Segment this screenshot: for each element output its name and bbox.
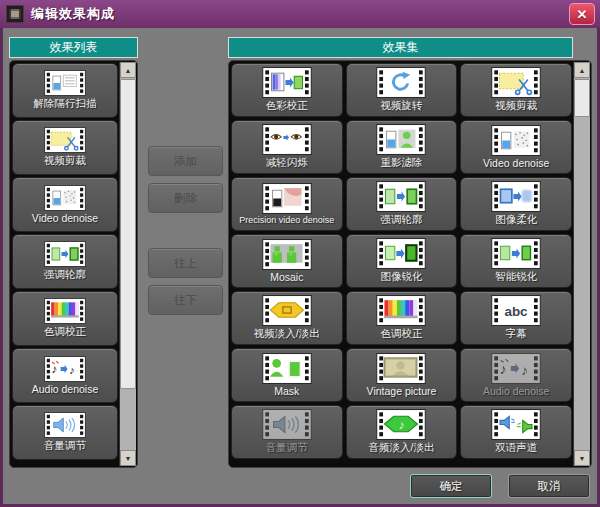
move-up-button[interactable]: 往上 (148, 248, 223, 278)
effect-item-label: Mosaic (270, 271, 303, 283)
cancel-button[interactable]: 取消 (508, 474, 590, 498)
effect-item-label: 视频剪裁 (44, 154, 86, 168)
effect-list-panel: 解除隔行扫描视频剪裁Video denoise强调轮廓色调校正♪♪Audio d… (9, 60, 138, 468)
effect-item-label: 字幕 (506, 327, 527, 341)
subtitle-icon: abc (488, 295, 544, 326)
svg-text:♪: ♪ (500, 361, 507, 377)
effect-item-label: 智能锐化 (495, 270, 537, 284)
move-down-button[interactable]: 往下 (148, 285, 223, 315)
effect-item-label: 图像柔化 (495, 213, 537, 227)
effect-set-panel: 色彩校正视频旋转视频剪裁减轻闪烁重影滤除Video denoisePrecisi… (228, 60, 592, 468)
effect-item[interactable]: 色彩校正 (231, 63, 343, 117)
scroll-down-icon[interactable]: ▼ (574, 450, 590, 466)
effect-item-label: Video denoise (483, 157, 549, 169)
effect-item[interactable]: 解除隔行扫描 (12, 63, 118, 118)
effect-item-label: 强调轮廓 (44, 268, 86, 282)
effect-item[interactable]: 强调轮廓 (346, 177, 458, 231)
volume-icon (42, 412, 88, 438)
effect-item-label: 减轻闪烁 (266, 156, 308, 170)
contour-icon (42, 241, 88, 267)
effect-item-label: 音量调节 (266, 441, 308, 455)
smart-sharpen-icon (488, 238, 544, 269)
app-icon (6, 5, 24, 23)
svg-text:abc: abc (505, 304, 529, 319)
effect-item[interactable]: 图像锐化 (346, 234, 458, 288)
effect-set-grid: 色彩校正视频旋转视频剪裁减轻闪烁重影滤除Video denoisePrecisi… (231, 63, 572, 459)
effect-item-label: 视频旋转 (380, 99, 422, 113)
effect-item[interactable]: ♪♪Audio denoise (460, 348, 572, 402)
video-denoise-icon (42, 185, 88, 211)
scroll-up-icon[interactable]: ▲ (574, 62, 590, 78)
effect-item[interactable]: Precision video denoise (231, 177, 343, 231)
effect-item[interactable]: Mask (231, 348, 343, 402)
effect-item[interactable]: Vintage picture (346, 348, 458, 402)
effect-item[interactable]: 色调校正 (12, 291, 118, 346)
scroll-up-icon[interactable]: ▲ (120, 62, 136, 78)
audio-denoise-icon: ♪♪ (42, 356, 88, 382)
volume-icon (259, 409, 315, 440)
add-button[interactable]: 添加 (148, 146, 223, 176)
video-denoise-icon (488, 125, 544, 156)
mosaic-icon (259, 239, 315, 270)
effect-item[interactable]: 视频剪裁 (12, 120, 118, 175)
vintage-picture-icon (373, 353, 429, 384)
effect-item-label: 音量调节 (44, 439, 86, 453)
effect-item[interactable]: 智能锐化 (460, 234, 572, 288)
svg-text:♪: ♪ (521, 363, 528, 378)
remove-button[interactable]: 删除 (148, 183, 223, 213)
effect-item-label: 色调校正 (44, 325, 86, 339)
effect-item[interactable]: 重影滤除 (346, 120, 458, 174)
effect-item-label: 色调校正 (380, 327, 422, 341)
close-icon[interactable]: ✕ (569, 3, 595, 25)
effect-item[interactable]: Video denoise (460, 120, 572, 174)
window-titlebar[interactable]: 编辑效果构成 ✕ (0, 0, 600, 28)
effect-item-label: 解除隔行扫描 (34, 97, 97, 111)
effect-item[interactable]: 音量调节 (231, 405, 343, 459)
color-tone-icon (373, 295, 429, 326)
precision-video-denoise-icon (259, 183, 315, 214)
effect-item[interactable]: 减轻闪烁 (231, 120, 343, 174)
effect-item[interactable]: 双语声道 (460, 405, 572, 459)
effect-item-label: Precision video denoise (239, 215, 334, 225)
audio-fade-icon: ♪ (373, 409, 429, 440)
scrollbar-thumb[interactable] (574, 79, 590, 117)
ok-button[interactable]: 确定 (410, 474, 492, 498)
effect-item[interactable]: ♪♪Audio denoise (12, 348, 118, 403)
effect-item-label: 视频剪裁 (495, 99, 537, 113)
effect-list: 解除隔行扫描视频剪裁Video denoise强调轮廓色调校正♪♪Audio d… (12, 63, 118, 462)
effect-item-label: 音频淡入/淡出 (369, 441, 435, 455)
effect-item[interactable]: abc字幕 (460, 291, 572, 345)
scrollbar-thumb[interactable] (120, 79, 136, 389)
dialog-body: 效果列表 效果集 解除隔行扫描视频剪裁Video denoise强调轮廓色调校正… (3, 28, 597, 504)
deinterlace-icon (42, 70, 88, 96)
effect-item[interactable]: 色调校正 (346, 291, 458, 345)
effect-item[interactable]: 强调轮廓 (12, 234, 118, 289)
effect-set-header: 效果集 (228, 37, 573, 58)
video-fade-icon (259, 295, 315, 326)
svg-text:♪: ♪ (69, 364, 75, 376)
effect-item[interactable]: 视频淡入/淡出 (231, 291, 343, 345)
effect-list-scrollbar[interactable]: ▲ ▼ (119, 62, 136, 466)
ghost-removal-icon (373, 124, 429, 155)
effect-item-label: 双语声道 (495, 441, 537, 455)
effect-item-label: 强调轮廓 (380, 213, 422, 227)
dialog-window: 编辑效果构成 ✕ 效果列表 效果集 解除隔行扫描视频剪裁Video denois… (0, 0, 600, 507)
effect-item-label: Video denoise (32, 212, 98, 224)
effect-item[interactable]: ♪音频淡入/淡出 (346, 405, 458, 459)
effect-item-label: 视频淡入/淡出 (254, 327, 320, 341)
effect-list-header: 效果列表 (9, 37, 138, 58)
reduce-flicker-icon (259, 124, 315, 155)
scroll-down-icon[interactable]: ▼ (120, 450, 136, 466)
effect-item[interactable]: 图像柔化 (460, 177, 572, 231)
effect-set-scrollbar[interactable]: ▲ ▼ (573, 62, 590, 466)
effect-item[interactable]: 视频剪裁 (460, 63, 572, 117)
effect-item-label: 重影滤除 (380, 156, 422, 170)
mask-icon (259, 353, 315, 384)
effect-item-label: 色彩校正 (266, 99, 308, 113)
effect-item[interactable]: 音量调节 (12, 405, 118, 460)
effect-item[interactable]: Video denoise (12, 177, 118, 232)
effect-item[interactable]: 视频旋转 (346, 63, 458, 117)
video-crop-icon (488, 67, 544, 98)
effect-item[interactable]: Mosaic (231, 234, 343, 288)
color-tone-icon (42, 298, 88, 324)
